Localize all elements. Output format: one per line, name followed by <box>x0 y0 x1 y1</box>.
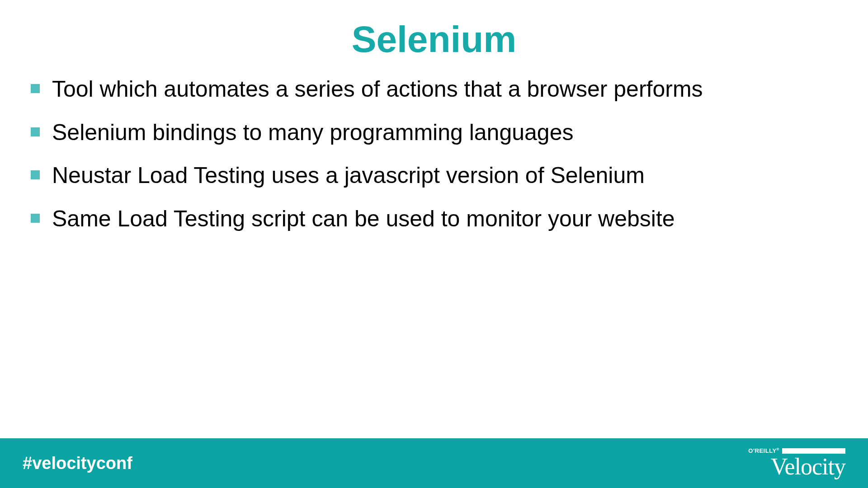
bullet-item: Same Load Testing script can be used to … <box>27 204 841 235</box>
oreilly-label: O'REILLY® <box>748 448 779 454</box>
logo-top-row: O'REILLY® <box>748 448 845 454</box>
bullet-item: Selenium bindings to many programming la… <box>27 117 841 148</box>
logo-bar-icon <box>782 448 845 454</box>
bullet-icon <box>31 214 40 223</box>
footer-hashtag: #velocityconf <box>23 454 132 473</box>
bullet-icon <box>31 170 40 179</box>
bullet-item: Tool which automates a series of actions… <box>27 74 841 105</box>
bullet-icon <box>31 127 40 136</box>
bullet-icon <box>31 84 40 93</box>
velocity-logo: O'REILLY® Velocity <box>748 448 845 478</box>
bullet-text: Tool which automates a series of actions… <box>52 76 703 102</box>
bullet-text: Selenium bindings to many programming la… <box>52 120 573 145</box>
slide: Selenium Tool which automates a series o… <box>0 0 868 488</box>
velocity-wordmark: Velocity <box>748 455 845 479</box>
bullet-text: Neustar Load Testing uses a javascript v… <box>52 163 645 188</box>
bullet-item: Neustar Load Testing uses a javascript v… <box>27 160 841 191</box>
slide-content: Tool which automates a series of actions… <box>0 65 868 234</box>
slide-title: Selenium <box>0 0 868 65</box>
bullet-text: Same Load Testing script can be used to … <box>52 206 675 231</box>
footer-bar: #velocityconf O'REILLY® Velocity <box>0 438 868 488</box>
bullet-list: Tool which automates a series of actions… <box>27 74 841 234</box>
